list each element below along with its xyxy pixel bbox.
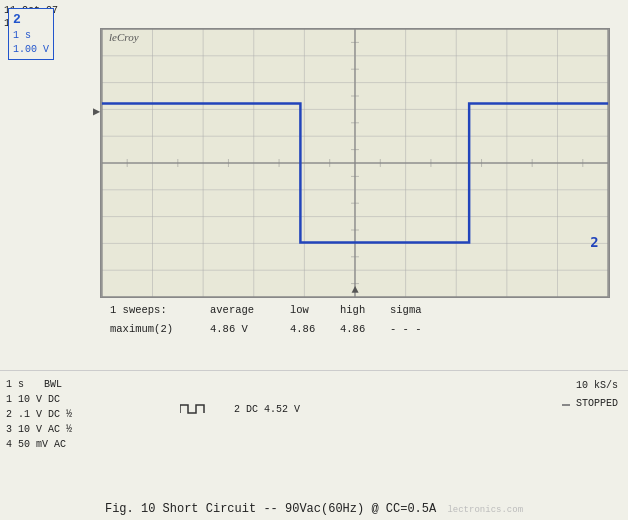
status-row: STOPPED — [562, 395, 618, 413]
channel-info-box: 2 1 s 1.00 V — [8, 8, 54, 60]
sigma-value: - - - — [380, 321, 430, 338]
ch2-settings: 2 .1 V DC ½ — [6, 407, 72, 422]
waveform-symbol-svg — [180, 401, 220, 417]
stats-section: 1 sweeps: average low high sigma maximum… — [100, 302, 610, 338]
low-label: low — [280, 302, 330, 319]
bwl-label: BWL — [44, 377, 62, 392]
maximum-label: maximum(2) — [110, 321, 200, 338]
bottom-panel: 1 s BWL 1 10 V DC 2 .1 V DC ½ 3 10 V AC … — [0, 370, 628, 470]
sample-rate: 10 kS/s — [562, 377, 618, 395]
sweeps-label: 1 sweeps: — [110, 302, 200, 319]
caption-text: Fig. 10 Short Circuit -- 90Vac(60Hz) @ C… — [105, 502, 436, 516]
time-per-div: 1 s — [13, 29, 49, 43]
volts-per-div: 1.00 V — [13, 43, 49, 57]
average-label: average — [200, 302, 280, 319]
ch1-settings: 1 10 V DC — [6, 392, 72, 407]
high-label: high — [330, 302, 380, 319]
figure-caption: Fig. 10 Short Circuit -- 90Vac(60Hz) @ C… — [0, 502, 628, 516]
svg-text:2: 2 — [590, 234, 598, 250]
channel-settings: 1 s BWL 1 10 V DC 2 .1 V DC ½ 3 10 V AC … — [6, 377, 72, 452]
status-box — [562, 404, 570, 406]
ch3-settings: 3 10 V AC ½ — [6, 422, 72, 437]
average-value: 4.86 V — [200, 321, 280, 338]
bottom-center-info: 2 DC 4.52 V — [180, 401, 300, 417]
bottom-right-info: 10 kS/s STOPPED — [562, 377, 618, 413]
ch4-settings: 4 50 mV AC — [6, 437, 72, 452]
low-value: 4.86 — [280, 321, 330, 338]
sigma-label: sigma — [380, 302, 430, 319]
watermark-text: lectronics.com — [447, 505, 523, 515]
channel-number: 2 — [13, 11, 49, 29]
ch2-dc-info: 2 DC 4.52 V — [234, 404, 300, 415]
time-base-label: 1 s — [6, 377, 24, 392]
scope-grid-svg: 2 — [101, 29, 609, 297]
status-label: STOPPED — [576, 398, 618, 409]
oscilloscope-screen: leCroy — [100, 28, 610, 298]
trigger-arrow-bottom: ▲ — [351, 283, 358, 297]
high-value: 4.86 — [330, 321, 380, 338]
trigger-arrow-left: ▶ — [93, 104, 100, 119]
